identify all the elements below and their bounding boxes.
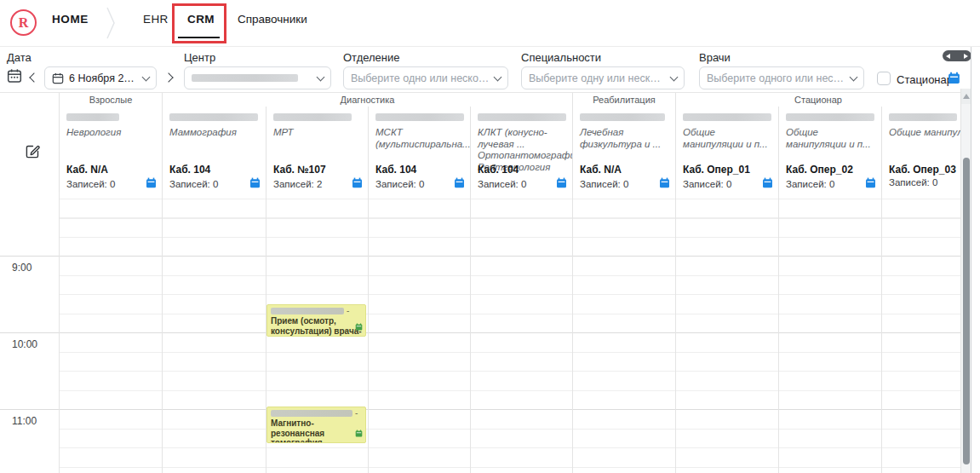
inpatient-calendar-icon[interactable] bbox=[948, 72, 960, 88]
next-day-button[interactable] bbox=[163, 72, 173, 82]
calendar-picker-icon[interactable] bbox=[7, 68, 22, 87]
appointment-block[interactable]: - Прием (осмотр, консультация) врача-гас… bbox=[266, 304, 366, 337]
column-calendar-icon[interactable] bbox=[762, 177, 773, 190]
doctors-select[interactable]: Выберите одного или несколь... bbox=[699, 66, 864, 89]
column-calendar-icon[interactable] bbox=[659, 177, 670, 190]
cabinet-label: Каб. Опер_01 bbox=[683, 164, 750, 176]
crm-highlight-annotation bbox=[172, 3, 226, 43]
doctor-column-header[interactable]: МРТ Каб. №107 Записей: 2 bbox=[266, 107, 368, 192]
specialties-select[interactable]: Выберите одну или несколько ... bbox=[521, 66, 685, 89]
doctor-name-redacted bbox=[889, 113, 957, 121]
column-calendar-icon[interactable] bbox=[865, 177, 876, 190]
tab-directories[interactable]: Справочники bbox=[238, 13, 307, 26]
doctor-name-redacted bbox=[786, 113, 874, 121]
cabinet-label: Каб. 104 bbox=[478, 164, 519, 176]
cabinet-label: Каб. №107 bbox=[273, 164, 326, 176]
panel-right-border bbox=[971, 47, 971, 473]
doctor-column-header[interactable]: Неврология Каб. N/A Записей: 0 bbox=[59, 107, 162, 192]
group-inpatient: Стационар bbox=[675, 93, 960, 107]
inpatient-label: Стационар bbox=[897, 73, 953, 86]
cabinet-label: Каб. Опер_02 bbox=[786, 164, 853, 176]
doctor-column-header[interactable]: Лечебная физкультура и ... Каб. N/A Запи… bbox=[572, 107, 675, 192]
column-calendar-icon[interactable] bbox=[352, 177, 363, 190]
cabinet-label: Каб. 104 bbox=[169, 164, 210, 176]
doctor-name-redacted bbox=[169, 113, 258, 121]
quarter-hour-gridlines bbox=[59, 199, 960, 473]
scroll-left-icon[interactable] bbox=[946, 54, 950, 59]
horizontal-scroll-control[interactable] bbox=[943, 50, 971, 61]
specialty-label: Неврология bbox=[66, 127, 158, 139]
doctor-name-redacted bbox=[478, 113, 566, 121]
prev-day-button[interactable] bbox=[29, 72, 38, 82]
specialty-label: Лечебная физкультура и ... bbox=[580, 127, 672, 150]
column-calendar-icon[interactable] bbox=[556, 177, 567, 190]
doctor-column-header[interactable]: Общие манипуляции и п... Каб. Опер_02 За… bbox=[778, 107, 881, 192]
doctor-name-redacted bbox=[273, 113, 352, 121]
filter-bar: Дата 6 Ноября 2025 Центр Отделение Выбер… bbox=[0, 47, 971, 92]
specialty-group-row: Взрослые специалисты Диагностика Реабили… bbox=[0, 92, 971, 107]
doctors-placeholder: Выберите одного или несколь... bbox=[707, 72, 845, 84]
doctor-column-header[interactable]: Общие манипуляции и п... Каб. Опер_01 За… bbox=[675, 107, 778, 192]
specialty-label: МРТ bbox=[273, 127, 364, 139]
cabinet-label: Каб. N/A bbox=[580, 164, 622, 176]
department-placeholder: Выберите одно или несколько ... bbox=[351, 72, 490, 84]
cabinet-label: Каб. Опер_03 bbox=[889, 164, 956, 176]
center-select[interactable] bbox=[184, 66, 331, 89]
doctors-label: Врачи bbox=[699, 51, 731, 64]
inpatient-checkbox[interactable] bbox=[877, 72, 891, 85]
time-label: 10:00 bbox=[12, 338, 41, 350]
crm-schedule-page: R HOME EHR CRM Справочники Дата 6 Ноября… bbox=[0, 0, 980, 473]
doctor-name-redacted bbox=[66, 113, 119, 121]
specialties-placeholder: Выберите одну или несколько ... bbox=[529, 72, 666, 84]
doctor-column-header[interactable]: МСКТ (мультиспиральна... Каб. 104 Записе… bbox=[368, 107, 470, 192]
records-count: Записей: 0 bbox=[375, 179, 424, 189]
edit-schedule-icon[interactable] bbox=[25, 143, 41, 163]
specialty-label: МСКТ (мультиспиральна... bbox=[375, 127, 467, 150]
appointment-dash: - bbox=[355, 410, 358, 417]
patient-name-redacted bbox=[271, 308, 344, 314]
nav-divider-icon bbox=[106, 4, 116, 45]
scroll-right-icon[interactable] bbox=[964, 54, 968, 59]
scrollbar-thumb[interactable] bbox=[963, 158, 970, 464]
doctor-column-header[interactable]: КЛКТ (конусно-лучевая ... Ортопантомогра… bbox=[470, 107, 572, 192]
department-label: Отделение bbox=[343, 51, 400, 64]
cabinet-label: Каб. N/A bbox=[66, 164, 108, 176]
cabinet-label: Каб. 104 bbox=[375, 164, 416, 176]
arrow-up-icon bbox=[963, 94, 970, 99]
records-count: Записей: 0 bbox=[66, 179, 115, 189]
tab-ehr[interactable]: EHR bbox=[143, 13, 169, 26]
app-logo-icon[interactable]: R bbox=[10, 9, 37, 36]
vertical-scrollbar[interactable] bbox=[960, 89, 971, 473]
specialty-label: Общие манипуляции и п... bbox=[683, 127, 775, 150]
patient-name-redacted bbox=[271, 410, 352, 417]
doctor-name-redacted bbox=[580, 113, 665, 121]
specialty-label: Общие манипуляции bbox=[889, 127, 957, 139]
group-adult-specialists: Взрослые специалисты bbox=[59, 93, 162, 107]
records-count: Записей: 0 bbox=[580, 179, 628, 189]
records-count: Записей: 0 bbox=[786, 179, 834, 189]
date-select[interactable]: 6 Ноября 2025 bbox=[44, 66, 157, 89]
column-calendar-icon[interactable] bbox=[454, 177, 465, 190]
chevron-down-icon bbox=[317, 72, 325, 81]
department-select[interactable]: Выберите одно или несколько ... bbox=[343, 66, 508, 89]
chevron-down-icon bbox=[142, 72, 151, 81]
date-label: Дата bbox=[7, 51, 32, 64]
doctor-column-header[interactable]: Маммография Каб. 104 Записей: 0 bbox=[162, 107, 266, 192]
specialty-label: Общие манипуляции и п... bbox=[786, 127, 878, 150]
column-calendar-icon[interactable] bbox=[249, 177, 261, 190]
specialty-label: Маммография bbox=[169, 127, 262, 139]
specialties-label: Специальности bbox=[521, 51, 601, 64]
appointment-block[interactable]: - Магнитно-резонансная томография головн… bbox=[266, 407, 366, 443]
nav-home[interactable]: HOME bbox=[52, 13, 89, 26]
time-label: 9:00 bbox=[12, 262, 35, 274]
appointment-service: Прием (осмотр, консультация) врача-гастр… bbox=[271, 316, 362, 337]
doctor-name-redacted bbox=[683, 113, 771, 121]
column-calendar-icon[interactable] bbox=[146, 177, 157, 190]
chevron-down-icon bbox=[670, 72, 679, 81]
center-value-redacted bbox=[192, 74, 298, 82]
schedule-grid[interactable]: 9:00 10:00 11:00 - Прием (осмотр, консул… bbox=[0, 192, 971, 473]
hour-line bbox=[0, 332, 960, 333]
appointment-status-icon bbox=[355, 425, 363, 441]
doctor-column-header[interactable]: Общие манипуляции Каб. Опер_03 Записей: … bbox=[881, 107, 960, 192]
schedule-util-column bbox=[0, 107, 59, 192]
